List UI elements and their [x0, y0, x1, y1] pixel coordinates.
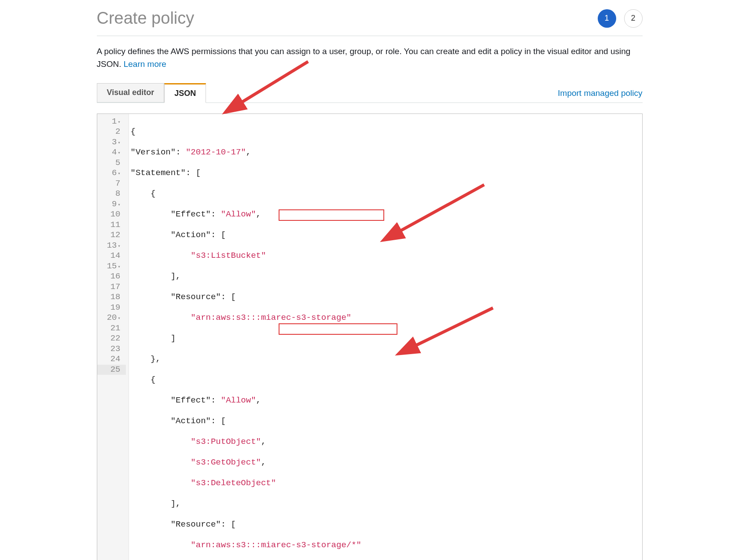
editor-gutter: 1234567891011121314151617181920212223242…	[97, 114, 129, 560]
gutter-line-number: 25	[97, 365, 126, 375]
gutter-line-number: 7	[97, 179, 126, 189]
gutter-line-number: 6	[97, 168, 126, 179]
gutter-line-number: 8	[97, 189, 126, 199]
code-line: "Effect"	[131, 209, 211, 219]
json-editor-surface[interactable]: 1234567891011121314151617181920212223242…	[97, 114, 642, 560]
code-line: "Resource"	[131, 292, 221, 302]
gutter-line-number: 17	[97, 282, 126, 293]
code-line: "s3:GetObject"	[131, 458, 261, 467]
gutter-line-number: 20	[97, 313, 126, 323]
code-line: "Action"	[131, 416, 211, 426]
policy-description: A policy defines the AWS permissions tha…	[97, 45, 643, 71]
gutter-line-number: 14	[97, 251, 126, 261]
gutter-line-number: 13	[97, 241, 126, 251]
editor-code[interactable]: { "Version": "2012-10-17", "Statement": …	[129, 114, 642, 560]
wizard-step-1[interactable]: 1	[598, 9, 616, 28]
code-line: "s3:PutObject"	[131, 437, 261, 447]
code-line: "arn:aws:s3:::miarec-s3-storage"	[131, 313, 352, 322]
code-line: "s3:ListBucket"	[131, 251, 266, 260]
code-line: "Effect"	[131, 395, 211, 405]
gutter-line-number: 22	[97, 333, 126, 344]
import-managed-policy-link[interactable]: Import managed policy	[558, 88, 642, 102]
gutter-line-number: 1	[97, 117, 126, 127]
code-line: ],	[131, 499, 181, 509]
code-line: "Resource"	[131, 520, 221, 529]
code-line: "Version"	[131, 147, 176, 157]
code-line: "Action"	[131, 230, 211, 240]
code-line: ],	[131, 271, 181, 281]
tab-visual-editor[interactable]: Visual editor	[97, 83, 165, 102]
code-line: "arn:aws:s3:::miarec-s3-storage/*"	[131, 540, 362, 550]
gutter-line-number: 24	[97, 354, 126, 365]
code-line: ]	[131, 333, 176, 343]
tab-json[interactable]: JSON	[164, 83, 206, 103]
gutter-line-number: 23	[97, 344, 126, 355]
gutter-line-number: 2	[97, 127, 126, 137]
code-line: {	[131, 375, 156, 384]
wizard-step-2[interactable]: 2	[624, 9, 643, 28]
gutter-line-number: 18	[97, 292, 126, 303]
gutter-line-number: 16	[97, 271, 126, 282]
code-line: },	[131, 354, 161, 364]
page-root: Create policy 1 2 A policy defines the A…	[97, 0, 643, 560]
code-line: {	[131, 189, 156, 198]
gutter-line-number: 5	[97, 158, 126, 168]
policy-description-text: A policy defines the AWS permissions tha…	[97, 47, 631, 69]
json-editor[interactable]: 1234567891011121314151617181920212223242…	[97, 113, 643, 560]
tabs-row: Visual editor JSON Import managed policy	[97, 83, 643, 103]
code-line: "Statement"	[131, 168, 186, 178]
gutter-line-number: 11	[97, 220, 126, 231]
gutter-line-number: 4	[97, 147, 126, 158]
gutter-line-number: 12	[97, 230, 126, 241]
gutter-line-number: 19	[97, 303, 126, 313]
gutter-line-number: 3	[97, 137, 126, 148]
gutter-line-number: 15	[97, 261, 126, 272]
header-row: Create policy 1 2	[97, 9, 643, 36]
wizard-steps: 1 2	[598, 9, 643, 28]
learn-more-link[interactable]: Learn more	[124, 59, 166, 69]
editor-tabs: Visual editor JSON	[97, 83, 206, 102]
gutter-line-number: 10	[97, 209, 126, 220]
page-title: Create policy	[97, 9, 195, 28]
code-line: {	[131, 127, 136, 136]
annotation-highlight-box-2	[279, 323, 397, 335]
gutter-line-number: 9	[97, 199, 126, 210]
code-line: "s3:DeleteObject"	[131, 478, 276, 488]
gutter-line-number: 21	[97, 323, 126, 334]
